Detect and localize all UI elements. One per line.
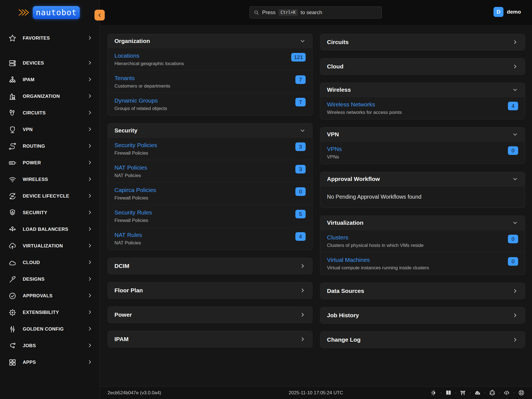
server-icon xyxy=(8,59,17,67)
chevron-right-icon xyxy=(88,35,92,41)
panel-title: DCIM xyxy=(114,263,129,269)
panel-vpn-header[interactable]: VPN xyxy=(320,127,525,142)
row-link-wireless-networks[interactable]: Wireless Networks xyxy=(327,101,375,108)
panel-approval-workflow-header[interactable]: Approval Workflow xyxy=(320,172,525,186)
sidebar-nav: FAVORITES DEVICES IPAM ORGANIZATION CIRC… xyxy=(0,25,99,371)
theme-toggle-icon[interactable] xyxy=(430,389,437,396)
row-link-vpns[interactable]: VPNs xyxy=(327,146,342,152)
sidebar-item-jobs[interactable]: JOBS xyxy=(0,337,99,354)
search-kbd-shortcut: Ctrl+K xyxy=(278,9,298,16)
sidebar-item-approvals[interactable]: APPROVALS xyxy=(0,288,99,304)
sidebar-item-load-balancers[interactable]: LOAD BALANCERS xyxy=(0,221,99,238)
user-menu[interactable]: D demo xyxy=(493,7,521,17)
sidebar-item-cloud[interactable]: CLOUD xyxy=(0,254,99,271)
global-search[interactable]: Press Ctrl+K to search xyxy=(249,6,382,19)
battery-icon xyxy=(8,159,17,167)
panel-title: Organization xyxy=(114,38,150,44)
nautobot-arrows-icon xyxy=(18,8,31,17)
swagger-cloud-icon[interactable] xyxy=(474,389,481,396)
sidebar-item-golden-config[interactable]: GOLDEN CONFIG xyxy=(0,321,99,337)
sidebar-item-designs[interactable]: DESIGNS xyxy=(0,271,99,288)
sidebar-item-routing[interactable]: ROUTING xyxy=(0,138,99,155)
row-link-nat-rules[interactable]: NAT Rules xyxy=(114,232,142,238)
sidebar-item-organization[interactable]: ORGANIZATION xyxy=(0,88,99,105)
footer: 2ecb524b047e (v3.0.0a4) 2025-11-10 17:05… xyxy=(100,386,532,399)
search-icon xyxy=(254,10,259,16)
avatar: D xyxy=(493,7,503,17)
sidebar-collapse-button[interactable] xyxy=(94,10,105,21)
empty-state-message: No Pending Approval Workflows found xyxy=(320,186,525,208)
panel-title: Floor Plan xyxy=(114,287,143,294)
graphql-icon[interactable] xyxy=(489,389,496,396)
row-link-security-rules[interactable]: Security Rules xyxy=(114,209,152,216)
sidebar-item-label: SECURITY xyxy=(23,210,88,216)
row-description: NAT Policies xyxy=(114,173,147,178)
row-link-dynamic-groups[interactable]: Dynamic Groups xyxy=(114,97,158,104)
torii-api-icon[interactable] xyxy=(459,389,466,396)
panel-floor-plan-header[interactable]: Floor Plan xyxy=(108,282,312,298)
sidebar-item-wireless[interactable]: WIRELESS xyxy=(0,171,99,188)
sidebar-item-favorites[interactable]: FAVORITES xyxy=(0,30,99,47)
sidebar-item-circuits[interactable]: CIRCUITS xyxy=(0,105,99,121)
footer-links: · · · · · · xyxy=(430,389,525,396)
chevron-right-icon xyxy=(300,263,306,269)
row-link-locations[interactable]: Locations xyxy=(114,52,139,59)
row-link-nat-policies[interactable]: NAT Policies xyxy=(114,164,147,171)
search-placeholder-prefix: Press xyxy=(262,9,276,16)
sidebar-item-label: APPROVALS xyxy=(23,293,88,299)
panel-data-sources-header[interactable]: Data Sources xyxy=(320,283,525,299)
panel-organization: Organization Locations Hierarchical geog… xyxy=(108,34,313,116)
panel-virtualization-header[interactable]: Virtualization xyxy=(320,216,525,230)
panel-row: Capirca Policies Firewall Policies 0 xyxy=(108,183,312,205)
sidebar-item-power[interactable]: POWER xyxy=(0,155,99,171)
chevron-right-icon xyxy=(88,110,92,116)
row-link-capirca-policies[interactable]: Capirca Policies xyxy=(114,187,156,193)
sidebar-item-label: GOLDEN CONFIG xyxy=(23,326,88,332)
panel-power-header[interactable]: Power xyxy=(108,307,312,323)
help-lifering-icon[interactable] xyxy=(518,389,525,396)
panel-dcim-header[interactable]: DCIM xyxy=(108,258,312,274)
panel-wireless-header[interactable]: Wireless xyxy=(320,83,525,97)
row-link-clusters[interactable]: Clusters xyxy=(327,234,348,241)
panel-title: Power xyxy=(114,311,132,318)
row-description: Groups of related objects xyxy=(114,106,167,111)
panel-approval-workflow: Approval Workflow No Pending Approval Wo… xyxy=(320,172,525,208)
hammer-icon xyxy=(8,275,17,283)
panel-change-log-header[interactable]: Change Log xyxy=(320,332,525,348)
panel-title: Circuits xyxy=(327,39,349,45)
row-description: Virtual compute instances running inside… xyxy=(327,265,429,271)
row-link-tenants[interactable]: Tenants xyxy=(114,75,135,81)
chevron-right-icon xyxy=(88,177,92,183)
code-icon[interactable] xyxy=(503,389,510,396)
sidebar-item-device-lifecycle[interactable]: DEVICE LIFECYCLE xyxy=(0,188,99,204)
panel-ipam-header[interactable]: IPAM xyxy=(108,331,312,347)
sidebar-item-label: DESIGNS xyxy=(23,277,88,282)
chevron-right-icon xyxy=(512,288,518,294)
panel-cloud-header[interactable]: Cloud xyxy=(320,58,525,75)
sidebar-item-security[interactable]: SECURITY xyxy=(0,204,99,221)
panel-organization-header[interactable]: Organization xyxy=(108,34,312,48)
chevron-down-icon xyxy=(300,38,306,44)
docs-book-icon[interactable] xyxy=(445,389,452,396)
row-link-security-policies[interactable]: Security Policies xyxy=(114,142,157,149)
panel-title: Cloud xyxy=(327,63,343,70)
chevron-right-icon xyxy=(88,127,92,133)
panel-security-header[interactable]: Security xyxy=(108,124,312,138)
search-placeholder-suffix: to search xyxy=(301,9,322,16)
footer-separator: · xyxy=(469,390,471,396)
panel-circuits-header[interactable]: Circuits xyxy=(320,34,525,50)
sidebar-item-vpn[interactable]: VPN xyxy=(0,121,99,138)
sidebar-item-ipam[interactable]: IPAM xyxy=(0,71,99,88)
sidebar-item-apps[interactable]: APPS xyxy=(0,354,99,371)
panel-job-history-header[interactable]: Job History xyxy=(320,307,525,323)
row-description: Hierarchical geographic locations xyxy=(114,61,184,66)
grid-icon xyxy=(8,358,17,367)
sidebar-item-devices[interactable]: DEVICES xyxy=(0,55,99,71)
sidebar-item-virtualization[interactable]: VIRTUALIZATION xyxy=(0,238,99,254)
row-link-virtual-machines[interactable]: Virtual Machines xyxy=(327,257,370,263)
panel-title: Change Log xyxy=(327,336,360,343)
sidebar-item-extensibility[interactable]: EXTENSIBILITY xyxy=(0,304,99,321)
row-description: Clusters of physical hosts in which VMs … xyxy=(327,243,424,248)
footer-separator: · xyxy=(455,390,457,396)
brand[interactable]: nautobot xyxy=(0,0,99,25)
